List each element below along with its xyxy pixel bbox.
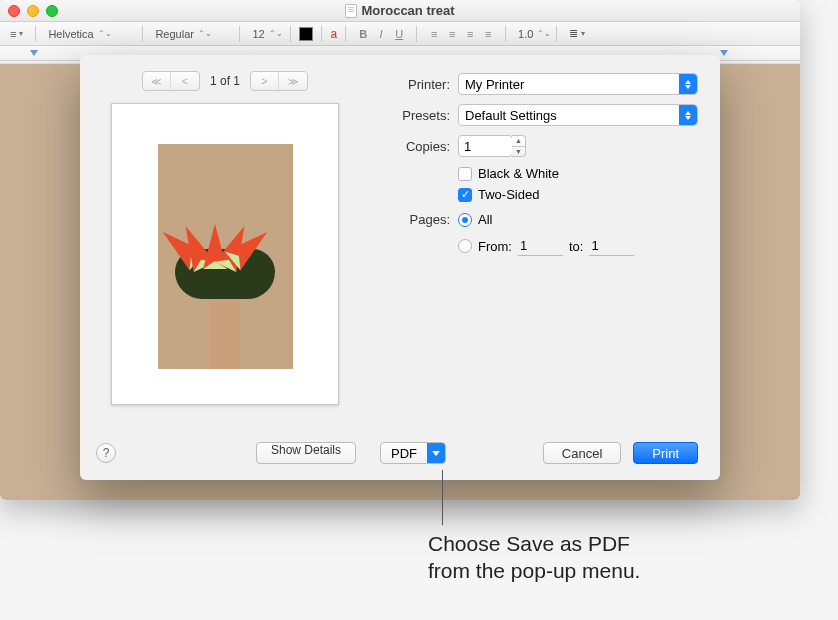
pdf-popup-button[interactable]: PDF bbox=[380, 442, 446, 464]
two-sided-checkbox[interactable] bbox=[458, 188, 472, 202]
chevron-updown-icon bbox=[679, 105, 697, 125]
dialog-preview-pane: ≪ < 1 of 1 > ≫ bbox=[80, 55, 370, 480]
chevron-updown-icon bbox=[679, 74, 697, 94]
page-thumbnail bbox=[111, 103, 339, 405]
next-page-button[interactable]: > bbox=[251, 72, 279, 90]
align-center-button[interactable]: ≡ bbox=[443, 26, 461, 42]
print-dialog: ≪ < 1 of 1 > ≫ ? Show Details bbox=[80, 55, 720, 480]
document-preview-image bbox=[158, 144, 293, 369]
last-page-button[interactable]: ≫ bbox=[279, 72, 307, 90]
copies-label: Copies: bbox=[380, 139, 450, 154]
printer-select[interactable]: My Printer bbox=[458, 73, 698, 95]
font-family-select[interactable]: Helvetica⌃⌄ bbox=[44, 25, 134, 43]
align-right-button[interactable]: ≡ bbox=[461, 26, 479, 42]
pages-label: Pages: bbox=[380, 212, 450, 227]
pages-range-radio[interactable] bbox=[458, 239, 472, 253]
black-white-checkbox[interactable] bbox=[458, 167, 472, 181]
underline-button[interactable]: U bbox=[390, 26, 408, 42]
line-spacing-select[interactable]: 1.0⌃⌄ bbox=[514, 25, 548, 43]
pages-from-label: From: bbox=[478, 239, 512, 254]
copies-input[interactable] bbox=[458, 135, 513, 157]
cancel-button[interactable]: Cancel bbox=[543, 442, 621, 464]
title-bar: Moroccan treat bbox=[0, 0, 800, 22]
page-navigation: ≪ < 1 of 1 > ≫ bbox=[142, 71, 308, 91]
tab-stop-icon[interactable] bbox=[720, 50, 728, 56]
two-sided-label: Two-Sided bbox=[478, 187, 539, 202]
callout-text: Choose Save as PDF from the pop-up menu. bbox=[428, 530, 640, 585]
presets-label: Presets: bbox=[380, 108, 450, 123]
font-style-select[interactable]: Regular⌃⌄ bbox=[151, 25, 231, 43]
print-button[interactable]: Print bbox=[633, 442, 698, 464]
align-justify-button[interactable]: ≡ bbox=[479, 26, 497, 42]
pages-all-label: All bbox=[478, 212, 492, 227]
presets-select[interactable]: Default Settings bbox=[458, 104, 698, 126]
show-details-button[interactable]: Show Details bbox=[256, 442, 356, 464]
pages-from-input[interactable] bbox=[518, 236, 563, 256]
dialog-options-pane: Printer: My Printer Presets: Default Set… bbox=[370, 55, 720, 480]
printer-label: Printer: bbox=[380, 77, 450, 92]
window-title: Moroccan treat bbox=[0, 3, 800, 18]
tab-stop-icon[interactable] bbox=[30, 50, 38, 56]
align-left-button[interactable]: ≡ bbox=[425, 26, 443, 42]
paragraph-style-select[interactable]: ≡ ▾ bbox=[6, 28, 27, 40]
text-color-swatch[interactable] bbox=[299, 27, 313, 41]
pages-all-radio[interactable] bbox=[458, 213, 472, 227]
bold-button[interactable]: B bbox=[354, 26, 372, 42]
font-size-select[interactable]: 12⌃⌄ bbox=[248, 25, 282, 43]
italic-button[interactable]: I bbox=[372, 26, 390, 42]
copies-stepper[interactable]: ▲▼ bbox=[512, 135, 526, 157]
window-title-text: Moroccan treat bbox=[361, 3, 454, 18]
document-icon bbox=[345, 4, 357, 18]
black-white-label: Black & White bbox=[478, 166, 559, 181]
list-style-select[interactable]: ≣ ▾ bbox=[565, 27, 589, 40]
pages-to-label: to: bbox=[569, 239, 583, 254]
page-counter: 1 of 1 bbox=[210, 74, 240, 88]
help-button[interactable]: ? bbox=[96, 443, 116, 463]
chevron-down-icon bbox=[427, 443, 445, 463]
format-toolbar: ≡ ▾ Helvetica⌃⌄ Regular⌃⌄ 12⌃⌄ a B I U ≡… bbox=[0, 22, 800, 46]
prev-page-button[interactable]: < bbox=[171, 72, 199, 90]
pages-to-input[interactable] bbox=[589, 236, 634, 256]
text-color-icon[interactable]: a bbox=[330, 27, 337, 41]
first-page-button[interactable]: ≪ bbox=[143, 72, 171, 90]
callout-leader-line bbox=[442, 470, 443, 525]
